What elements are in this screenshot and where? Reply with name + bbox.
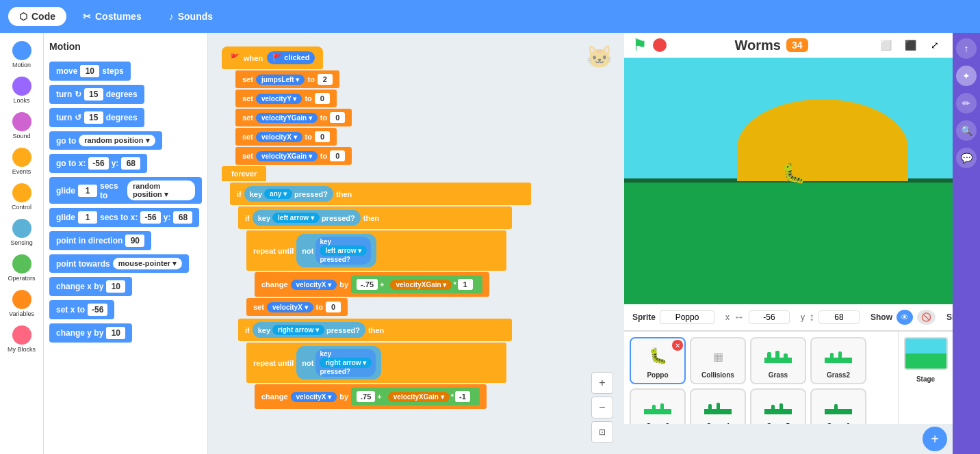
sprite-delete-poppo[interactable]: ✕ [672, 340, 683, 351]
tab-sounds[interactable]: ♪ Sounds [158, 7, 224, 26]
svg-rect-16 [825, 409, 852, 414]
change-velx-right-row[interactable]: change velocityX ▾ by .75 + velocityXGai… [255, 384, 531, 409]
stop-button[interactable] [653, 38, 667, 52]
sprite-x-field: x ↔ [725, 310, 790, 324]
sprite-thumb-grass3[interactable]: Grass3 [630, 388, 686, 424]
add-sprite-button[interactable]: + [923, 427, 947, 451]
project-title-area: Worms 34 [735, 38, 808, 53]
sidebar-item-control[interactable]: Control [3, 181, 41, 213]
block-change-y[interactable]: change y by 10 [49, 323, 202, 343]
block-set-x[interactable]: set x to -56 [49, 300, 202, 319]
set-velocityY[interactable]: set velocityY ▾ to 0 [235, 90, 531, 107]
if-left-arrow-row[interactable]: if key left arrow ▾ pressed? then [238, 206, 531, 229]
zoom-out-button[interactable]: − [591, 397, 613, 418]
tab-costumes[interactable]: ✂ Costumes [72, 7, 153, 26]
sprite-thumb-grass6[interactable]: Grass6 [810, 388, 866, 424]
motion-dot [12, 41, 31, 60]
show-visible-button[interactable]: 👁 [897, 310, 913, 325]
flag-icon: 🚩 [230, 53, 240, 62]
score-badge: 34 [786, 38, 808, 52]
operators-dot [12, 254, 31, 273]
block-change-x[interactable]: change x by 10 [49, 277, 202, 296]
sprite-y-field: y ↕ [801, 310, 860, 324]
block-glide-to[interactable]: glide 1 secs to random position ▾ [49, 177, 202, 204]
fullscreen-button[interactable]: ⤢ [925, 36, 944, 55]
right-panel: ⚑ Worms 34 ⬜ ⬛ ⤢ 🐛 Sprite [624, 33, 953, 454]
sound-icon: ♪ [169, 11, 174, 22]
block-move[interactable]: move 10 steps [49, 62, 202, 81]
svg-rect-5 [830, 353, 834, 359]
events-dot [12, 148, 31, 167]
control-dot [12, 183, 31, 202]
paint-button[interactable]: ✏ [956, 93, 977, 113]
repeat-until-left-row[interactable]: repeat until not key left arrow ▾ presse… [246, 230, 531, 271]
repeat-until-right-row[interactable]: repeat until not key right arrow ▾ press… [246, 343, 531, 383]
block-point-towards[interactable]: point towards mouse-pointer ▾ [49, 254, 202, 273]
sidebar-item-sound[interactable]: Sound [3, 109, 41, 142]
stage-thumb-area[interactable]: Stage [904, 337, 948, 383]
sprite-y-input[interactable] [818, 310, 860, 324]
sprite-thumb-poppo[interactable]: ✕ 🐛 Poppo [630, 337, 686, 384]
sidebar-item-myblocks[interactable]: My Blocks [3, 323, 41, 356]
effects-button[interactable]: ✦ [956, 66, 977, 86]
upload-button[interactable]: ↑ [956, 38, 977, 59]
block-goto-xy[interactable]: go to x: -56 y: 68 [49, 154, 202, 173]
tab-code[interactable]: ⬡ Code [8, 7, 66, 26]
sprite-show-field: Show 👁 🚫 [871, 310, 936, 325]
forever-block[interactable]: forever [222, 166, 531, 181]
svg-rect-2 [775, 351, 779, 359]
sprite-thumb-collisions[interactable]: ▦ Collisions [690, 337, 746, 384]
script-area: 🚩 when 🚩 clicked set jumpsLeft ▾ to 2 [208, 33, 624, 454]
change-velx-left-row[interactable]: change velocityX ▾ by -.75 + velocityXGa… [255, 272, 531, 297]
sprite-thumb-grass[interactable]: Grass [750, 337, 806, 384]
sidebar-item-operators[interactable]: Operators [3, 252, 41, 284]
sidebar-item-sensing[interactable]: Sensing [3, 216, 41, 249]
sprite-x-input[interactable] [749, 310, 790, 324]
block-turn-ccw[interactable]: turn ↺ 15 degrees [49, 108, 202, 127]
sprite-thumb-grass4[interactable]: Grass4 [690, 388, 746, 424]
hat-block[interactable]: 🚩 when 🚩 clicked [222, 46, 531, 69]
set-velocityXGain[interactable]: set velocityXGain ▾ to 0 [235, 147, 531, 165]
if-any-pressed-row[interactable]: if key any ▾ pressed? then [230, 183, 531, 205]
search-button[interactable]: 🔍 [956, 120, 977, 141]
stage-top-bar: ⚑ Worms 34 ⬜ ⬛ ⤢ [624, 33, 953, 58]
sprite-thumb-grass2[interactable]: Grass2 [810, 337, 866, 384]
block-goto[interactable]: go to random position ▾ [49, 131, 202, 150]
variables-dot [12, 290, 31, 309]
block-glide-xy[interactable]: glide 1 secs to x: -56 y: 68 [49, 208, 202, 227]
set-velocityYGain[interactable]: set velocityYGain ▾ to 0 [235, 109, 531, 126]
large-stage-button[interactable]: ⬛ [901, 36, 920, 55]
sidebar-item-variables[interactable]: Variables [3, 287, 41, 320]
chat-button[interactable]: 💬 [956, 148, 977, 168]
sidebar-item-motion[interactable]: Motion [3, 38, 41, 71]
sidebar-item-looks[interactable]: Looks [3, 74, 41, 107]
green-flag-button[interactable]: ⚑ [632, 36, 647, 55]
svg-rect-1 [767, 352, 771, 359]
sprites-tray: ✕ 🐛 Poppo ▦ Collisions Grass [624, 331, 953, 424]
if-right-arrow-row[interactable]: if key right arrow ▾ pressed? then [238, 319, 531, 341]
set-jumpsleft[interactable]: set jumpsLeft ▾ to 2 [235, 70, 531, 88]
sprite-thumb-grass5[interactable]: Grass5 [750, 388, 806, 424]
fit-button[interactable]: ⊡ [591, 421, 613, 443]
small-stage-button[interactable]: ⬜ [876, 36, 895, 55]
sidebar-item-events[interactable]: Events [3, 145, 41, 178]
stage-mini-thumb[interactable] [904, 337, 948, 370]
svg-rect-6 [838, 351, 842, 359]
block-turn-cw[interactable]: turn ↻ 15 degrees [49, 85, 202, 104]
svg-rect-14 [771, 405, 775, 410]
set-velx-0[interactable]: set velocityX ▾ to 0 [246, 298, 531, 316]
stage-ground [624, 181, 953, 304]
block-point-dir[interactable]: point in direction 90 [49, 231, 202, 250]
show-hidden-button[interactable]: 🚫 [917, 310, 936, 325]
svg-rect-9 [660, 403, 664, 410]
right-sidebar: ↑ ✦ ✏ 🔍 💬 [953, 33, 980, 454]
set-velocityX[interactable]: set velocityX ▾ to 0 [235, 128, 531, 146]
sound-dot [12, 112, 31, 131]
sprite-info-bar: Sprite x ↔ y ↕ Show 👁 🚫 Size [624, 304, 953, 331]
zoom-in-button[interactable]: + [591, 372, 613, 394]
set-velx-0-row[interactable]: set velocityX ▾ to 0 [246, 298, 531, 316]
if-right-arrow: if key right arrow ▾ pressed? then repea… [238, 319, 531, 409]
svg-rect-15 [779, 403, 783, 410]
sprite-name-input[interactable] [660, 310, 714, 324]
cat-icon: 🐱 [586, 44, 613, 70]
